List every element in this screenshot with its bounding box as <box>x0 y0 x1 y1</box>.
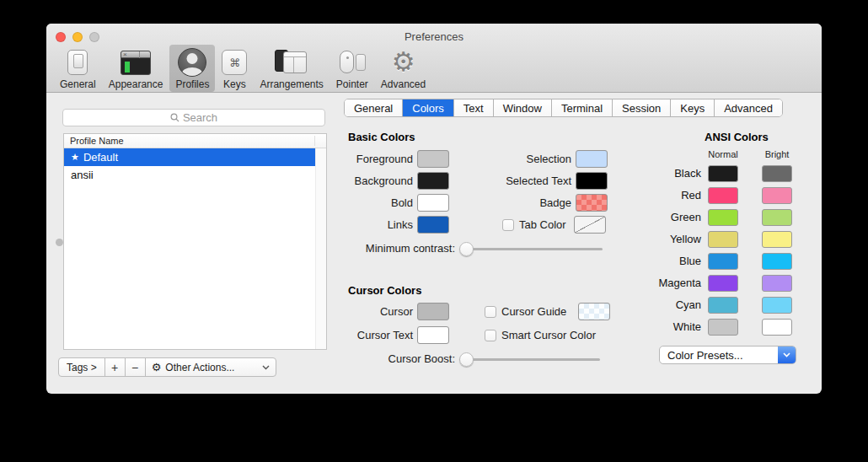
cursor-boost-label: Cursor Boost: <box>341 352 455 365</box>
foreground-color-well[interactable] <box>417 150 449 168</box>
tab-window[interactable]: Window <box>493 99 551 116</box>
color-presets-dropdown[interactable]: Color Presets... <box>659 346 796 364</box>
profile-tabs: General Colors Text Window Terminal Sess… <box>344 99 783 117</box>
ansi-magenta-bright-well[interactable] <box>762 275 792 292</box>
preferences-window: Preferences General × Appearance Profile… <box>46 24 822 394</box>
profiles-sidebar: Search Profile Name ★ Default ansii T <box>46 94 341 394</box>
other-actions-dropdown[interactable]: ⚙ Other Actions... <box>145 357 276 377</box>
basic-colors-title: Basic Colors <box>348 131 415 143</box>
ansi-yellow-bright-well[interactable] <box>762 231 792 248</box>
ansi-blue-label: Blue <box>628 253 701 270</box>
remove-profile-button[interactable]: − <box>125 357 146 377</box>
links-color-well[interactable] <box>417 216 449 234</box>
slider-knob[interactable] <box>459 242 474 256</box>
tab-advanced[interactable]: Advanced <box>714 99 782 116</box>
slider-track[interactable] <box>459 248 603 250</box>
ansi-yellow-normal-well[interactable] <box>708 231 738 248</box>
ansi-blue-bright-well[interactable] <box>762 253 792 270</box>
plus-icon: + <box>111 361 118 374</box>
profile-list-scrollbar[interactable] <box>315 148 326 349</box>
profile-name: ansii <box>71 169 94 181</box>
cursor-guide-label: Cursor Guide <box>501 305 566 318</box>
toolbar-item-pointer[interactable]: Pointer <box>330 45 374 92</box>
tab-terminal[interactable]: Terminal <box>551 99 612 116</box>
tags-button[interactable]: Tags > <box>58 357 105 377</box>
smart-cursor-color-checkbox[interactable] <box>485 330 496 341</box>
toolbar-item-arrangements[interactable]: Arrangements <box>254 45 329 92</box>
ansi-cyan-label: Cyan <box>628 297 701 314</box>
toolbar-item-profiles[interactable]: Profiles <box>169 45 215 92</box>
foreground-label: Foreground <box>341 153 413 165</box>
toolbar: General × Appearance Profiles ⌘ Keys <box>54 45 432 92</box>
tab-color-checkbox[interactable] <box>502 219 514 231</box>
cursor-guide-color-well[interactable] <box>578 303 610 320</box>
add-profile-button[interactable]: + <box>104 357 126 377</box>
content-area: Search Profile Name ★ Default ansii T <box>46 94 822 394</box>
arrangements-icon <box>275 47 308 78</box>
general-icon <box>67 47 88 78</box>
toolbar-label-general: General <box>60 78 96 90</box>
cursor-label: Cursor <box>341 305 413 318</box>
badge-color-well[interactable] <box>576 194 608 212</box>
chevron-down-icon <box>778 346 796 363</box>
cursor-text-color-well[interactable] <box>417 326 449 344</box>
toolbar-item-keys[interactable]: ⌘ Keys <box>216 45 253 92</box>
tab-text[interactable]: Text <box>453 99 493 116</box>
smart-cursor-color-label: Smart Cursor Color <box>501 329 596 341</box>
ansi-black-label: Black <box>628 165 701 182</box>
ansi-green-label: Green <box>628 209 701 226</box>
tab-colors[interactable]: Colors <box>402 99 453 116</box>
search-input[interactable]: Search <box>62 109 325 126</box>
slider-knob[interactable] <box>459 352 474 367</box>
ansi-magenta-normal-well[interactable] <box>708 275 738 292</box>
tab-session[interactable]: Session <box>612 99 670 116</box>
ansi-black-bright-well[interactable] <box>762 165 792 182</box>
profile-list: Profile Name ★ Default ansii <box>63 133 327 350</box>
cursor-boost-slider[interactable] <box>459 351 600 368</box>
selection-color-well[interactable] <box>576 150 608 168</box>
profile-row-ansii[interactable]: ansii <box>64 166 315 184</box>
profile-name: Default <box>83 151 118 164</box>
toolbar-item-general[interactable]: General <box>54 45 102 92</box>
color-presets-label: Color Presets... <box>660 349 743 362</box>
ansi-white-bright-well[interactable] <box>762 319 792 336</box>
cursor-text-label: Cursor Text <box>341 329 413 341</box>
ansi-black-normal-well[interactable] <box>708 165 738 182</box>
toolbar-item-advanced[interactable]: ⚙ Advanced <box>375 45 431 92</box>
command-glyph: ⌘ <box>229 56 240 69</box>
toolbar-item-appearance[interactable]: × Appearance <box>103 45 169 92</box>
ansi-blue-normal-well[interactable] <box>708 253 738 270</box>
cursor-guide-checkbox[interactable] <box>485 306 496 318</box>
minus-icon: − <box>131 361 138 374</box>
ansi-red-normal-well[interactable] <box>708 187 738 204</box>
ansi-red-bright-well[interactable] <box>762 187 792 204</box>
toolbar-label-appearance: Appearance <box>109 78 163 90</box>
slider-track[interactable] <box>459 358 600 361</box>
gear-icon: ⚙ <box>152 361 162 373</box>
profile-row-default[interactable]: ★ Default <box>64 148 315 166</box>
ansi-cyan-normal-well[interactable] <box>708 297 738 314</box>
chevron-down-icon <box>262 365 270 370</box>
tab-keys[interactable]: Keys <box>670 99 714 116</box>
ansi-cyan-bright-well[interactable] <box>762 297 792 314</box>
toolbar-label-keys: Keys <box>223 78 246 90</box>
bold-color-well[interactable] <box>417 194 449 212</box>
profiles-icon <box>178 47 206 78</box>
tags-button-label: Tags > <box>67 362 97 373</box>
ansi-white-normal-well[interactable] <box>708 319 738 336</box>
ansi-green-normal-well[interactable] <box>708 209 738 226</box>
bold-label: Bold <box>341 196 413 209</box>
ansi-bright-column-header: Bright <box>762 149 792 159</box>
window-title: Preferences <box>46 30 822 43</box>
selected-text-color-well[interactable] <box>576 172 608 190</box>
toolbar-label-advanced: Advanced <box>381 78 426 90</box>
tab-color-well[interactable] <box>574 216 606 234</box>
minimum-contrast-slider[interactable] <box>459 240 603 257</box>
search-placeholder: Search <box>183 111 217 124</box>
profile-name-column-header: Profile Name <box>70 136 124 146</box>
cursor-color-well[interactable] <box>417 303 449 320</box>
background-color-well[interactable] <box>417 172 449 190</box>
tab-general[interactable]: General <box>345 99 402 116</box>
ansi-green-bright-well[interactable] <box>762 209 792 226</box>
profile-list-header[interactable]: Profile Name <box>64 134 326 148</box>
